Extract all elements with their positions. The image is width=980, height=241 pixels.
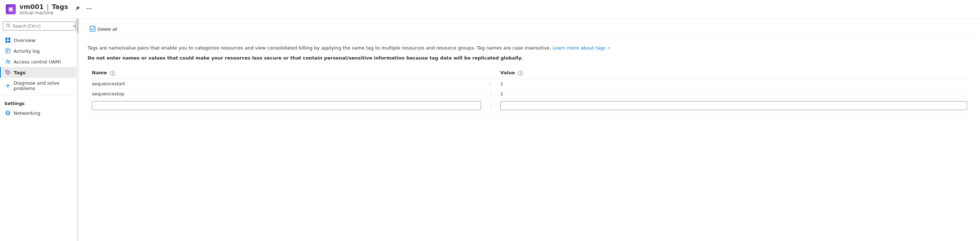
table-row: : [88, 98, 971, 112]
sidebar-item-tags[interactable]: Tags [0, 67, 78, 78]
learn-more-label: Learn more about tags [552, 45, 606, 51]
tag-value-cell[interactable] [496, 98, 971, 112]
svg-rect-10 [5, 41, 8, 43]
tag-name-input[interactable] [92, 101, 481, 110]
svg-line-7 [9, 26, 10, 27]
svg-point-3 [86, 8, 88, 9]
table-header-row: Name i Value i [88, 67, 971, 79]
tag-colon-cell: : [485, 89, 496, 98]
settings-section-label: Settings [0, 97, 78, 108]
resource-name: vm001 | Tags [19, 3, 68, 10]
top-bar-actions [73, 5, 93, 14]
svg-point-5 [90, 8, 91, 9]
sidebar-item-label-diagnose: Diagnose and solve problems [14, 80, 74, 91]
external-link-icon: ↗ [607, 46, 610, 50]
tags-table: Name i Value i sequencestart : 1 sequenc… [88, 67, 971, 113]
svg-point-19 [7, 85, 9, 86]
table-row: sequencestart : 1 [88, 79, 971, 89]
separator: | [47, 3, 49, 10]
more-button[interactable] [85, 5, 93, 14]
svg-rect-8 [5, 38, 8, 40]
diagnose-icon [5, 83, 11, 89]
overview-icon [5, 37, 11, 43]
tag-colon-cell: : [485, 98, 496, 112]
sidebar-item-label-overview: Overview [14, 38, 35, 43]
sidebar-item-label-access-control: Access control (IAM) [14, 59, 61, 65]
tag-value-cell: 1 [496, 89, 971, 98]
sidebar-item-access-control[interactable]: Access control (IAM) [0, 56, 78, 67]
warning-text: Do not enter names or values that could … [88, 54, 971, 62]
access-control-icon [5, 59, 11, 65]
description-text: Tags are name/value pairs that enable yo… [88, 45, 551, 51]
col-value-header: Value i [496, 67, 971, 79]
tag-colon-cell: : [485, 79, 496, 89]
delete-all-icon [90, 26, 95, 33]
svg-rect-11 [8, 41, 10, 43]
content-area: Delete all Tags are name/value pairs tha… [79, 19, 980, 241]
svg-point-16 [6, 60, 8, 62]
col-colon-header [485, 67, 496, 79]
pin-button[interactable] [73, 5, 82, 14]
sidebar-item-networking[interactable]: Networking [0, 108, 78, 118]
learn-more-link[interactable]: Learn more about tags ↗ [552, 45, 610, 51]
resource-type: Virtual machine [19, 10, 68, 16]
tag-name-cell: sequencestart [88, 79, 485, 89]
search-box-container[interactable] [3, 22, 76, 30]
delete-all-label: Delete all [97, 27, 117, 32]
sidebar-item-activity-log[interactable]: Activity log [0, 46, 78, 56]
sidebar-item-label-networking: Networking [14, 111, 40, 116]
sidebar-item-label-activity-log: Activity log [14, 48, 40, 54]
delete-all-button[interactable]: Delete all [88, 24, 119, 34]
svg-point-17 [9, 60, 10, 62]
tag-value-input[interactable] [500, 101, 967, 110]
name-info-icon[interactable]: i [110, 71, 115, 76]
scrollbar-thumb[interactable] [76, 19, 78, 33]
tag-value-cell: 1 [496, 79, 971, 89]
networking-icon [5, 110, 11, 116]
sidebar: « Overview Activity log Access control (… [0, 19, 79, 241]
tags-tbody: sequencestart : 1 sequencestop : 1 : [88, 79, 971, 112]
page-title: Tags [52, 3, 68, 10]
tags-icon [5, 70, 11, 75]
description-section: Tags are name/value pairs that enable yo… [88, 44, 971, 61]
toolbar: Delete all [88, 24, 971, 39]
search-input[interactable] [13, 24, 72, 29]
col-name-header: Name i [88, 67, 485, 79]
sidebar-item-label-tags: Tags [14, 70, 25, 75]
search-icon [6, 23, 10, 29]
svg-rect-23 [90, 26, 95, 31]
resource-icon [6, 4, 16, 14]
activity-log-icon [5, 48, 11, 54]
svg-point-18 [7, 71, 8, 72]
svg-point-6 [7, 24, 10, 27]
vm-name-label: vm001 [19, 3, 44, 10]
svg-rect-9 [8, 38, 10, 40]
nav-divider [0, 95, 78, 95]
tag-name-cell: sequencestop [88, 89, 485, 98]
svg-rect-2 [10, 8, 12, 10]
value-info-icon[interactable]: i [518, 71, 523, 76]
sidebar-item-overview[interactable]: Overview [0, 35, 78, 46]
top-bar: vm001 | Tags Virtual machine [0, 0, 980, 19]
nav-items: Overview Activity log Access control (IA… [0, 33, 78, 120]
main-layout: « Overview Activity log Access control (… [0, 19, 980, 241]
table-row: sequencestop : 1 [88, 89, 971, 98]
tag-name-cell[interactable] [88, 98, 485, 112]
sidebar-item-diagnose[interactable]: Diagnose and solve problems [0, 78, 78, 94]
resource-title-group: vm001 | Tags Virtual machine [19, 3, 68, 16]
svg-point-4 [88, 8, 89, 9]
scrollbar-track [76, 19, 78, 241]
